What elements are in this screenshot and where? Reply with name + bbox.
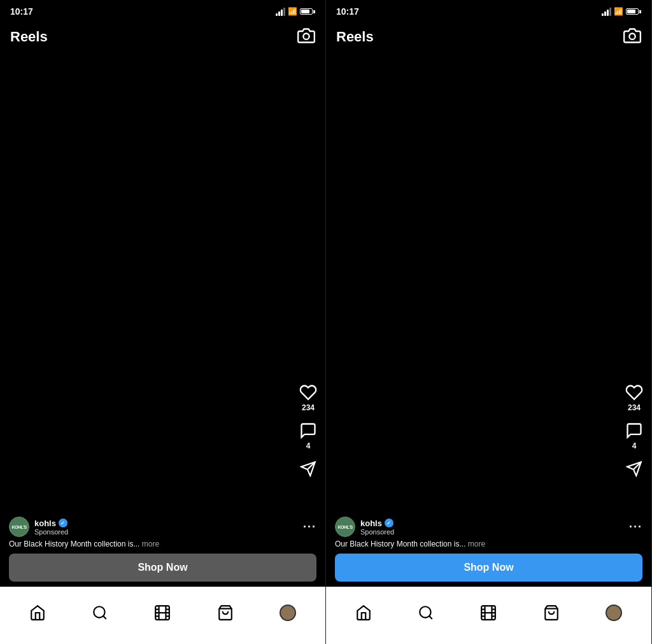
- status-time-left: 10:17: [10, 6, 33, 17]
- svg-point-17: [420, 606, 431, 617]
- like-count-right: 234: [628, 403, 641, 412]
- comment-button-left[interactable]: 4: [299, 421, 318, 450]
- svg-point-14: [629, 34, 635, 39]
- nav-profile-right[interactable]: [598, 597, 630, 629]
- comment-count-left: 4: [306, 441, 311, 450]
- nav-search-right[interactable]: [410, 597, 442, 629]
- comment-count-right: 4: [632, 441, 637, 450]
- status-icons-right: 📶: [602, 7, 641, 16]
- right-panel: HONORING Black History Month Black Histo…: [326, 0, 652, 644]
- account-name-left[interactable]: kohls: [34, 519, 56, 528]
- nav-shop-right[interactable]: [535, 597, 567, 629]
- share-button-right[interactable]: [625, 459, 644, 478]
- share-button-left[interactable]: [299, 459, 318, 478]
- like-button-right[interactable]: 234: [625, 383, 644, 412]
- avatar-logo-right: KOHL'S: [337, 525, 352, 529]
- bottom-overlay-right: KOHL'S kohls ✓ Sponsored ··· Our Black H…: [326, 510, 651, 587]
- like-button-left[interactable]: 234: [299, 383, 318, 412]
- status-icons-left: 📶: [276, 7, 315, 16]
- nav-reels-right[interactable]: [472, 597, 504, 629]
- status-time-right: 10:17: [336, 6, 359, 17]
- more-link-left[interactable]: more: [142, 540, 159, 548]
- more-options-right[interactable]: ···: [629, 520, 642, 534]
- reels-title-right: Reels: [336, 29, 374, 45]
- reels-header-right: Reels: [326, 23, 651, 51]
- svg-point-0: [303, 34, 309, 39]
- caption-right: Our Black History Month collection is...…: [335, 540, 642, 548]
- sponsored-text-right: Sponsored: [360, 528, 394, 536]
- verified-icon-left: ✓: [59, 519, 67, 527]
- nav-home-right[interactable]: [348, 597, 379, 629]
- comment-button-right[interactable]: 4: [625, 421, 644, 450]
- status-bar-left: 10:17 📶: [0, 0, 325, 23]
- shop-now-button-right[interactable]: Shop Now: [335, 554, 642, 582]
- reels-title-left: Reels: [10, 29, 48, 45]
- action-buttons-right: 234 4: [625, 383, 644, 478]
- account-avatar-right[interactable]: KOHL'S: [335, 517, 355, 537]
- account-row-left: KOHL'S kohls ✓ Sponsored ···: [9, 517, 316, 537]
- shop-now-button-left[interactable]: Shop Now: [9, 554, 316, 582]
- sponsored-text-left: Sponsored: [34, 528, 68, 536]
- battery-icon-left: [300, 8, 315, 15]
- account-name-right[interactable]: kohls: [360, 519, 382, 528]
- nav-home-left[interactable]: [22, 597, 53, 629]
- wifi-icon-right: 📶: [614, 7, 623, 16]
- nav-profile-left[interactable]: [272, 597, 304, 629]
- action-buttons-left: 234 4: [299, 383, 318, 478]
- reels-header-left: Reels: [0, 23, 325, 51]
- signal-icon-right: [602, 8, 611, 16]
- svg-point-3: [94, 606, 105, 617]
- more-options-left[interactable]: ···: [303, 520, 316, 534]
- status-bar-right: 10:17 📶: [326, 0, 651, 23]
- camera-icon-left[interactable]: [297, 27, 315, 47]
- nav-search-left[interactable]: [84, 597, 116, 629]
- avatar-logo-left: KOHL'S: [11, 525, 26, 529]
- account-row-right: KOHL'S kohls ✓ Sponsored ···: [335, 517, 642, 537]
- svg-line-4: [103, 616, 106, 619]
- caption-left: Our Black History Month collection is...…: [9, 540, 316, 548]
- account-info-right: KOHL'S kohls ✓ Sponsored: [335, 517, 394, 537]
- verified-icon-right: ✓: [385, 519, 393, 527]
- like-count-left: 234: [302, 403, 315, 412]
- account-info-left: KOHL'S kohls ✓ Sponsored: [9, 517, 68, 537]
- more-link-right[interactable]: more: [468, 540, 485, 548]
- left-panel: KOHL'S 10:17: [0, 0, 326, 644]
- nav-reels-left[interactable]: [146, 597, 178, 629]
- bottom-nav-left: [0, 587, 325, 644]
- battery-icon-right: [626, 8, 641, 15]
- camera-icon-right[interactable]: [623, 27, 641, 47]
- signal-icon-left: [276, 8, 285, 16]
- wifi-icon-left: 📶: [288, 7, 297, 16]
- svg-line-18: [429, 616, 432, 619]
- nav-shop-left[interactable]: [209, 597, 241, 629]
- bottom-nav-right: [326, 587, 651, 644]
- account-avatar-left[interactable]: KOHL'S: [9, 517, 29, 537]
- bottom-overlay-left: KOHL'S kohls ✓ Sponsored ··· Our Black H…: [0, 510, 325, 587]
